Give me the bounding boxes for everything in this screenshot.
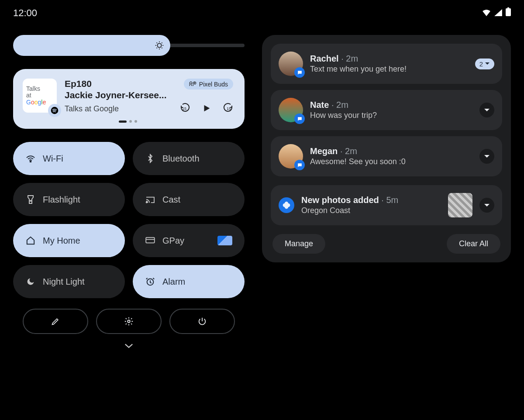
notif-sender: Rachel [310,54,339,63]
flashlight-label: Flashlight [43,195,80,205]
media-page-indicator[interactable] [23,120,233,123]
notification-shade: Rachel · 2m Text me when you get here! 2 [262,35,511,262]
chevron-down-icon [485,62,490,65]
notif-sender: Megan [310,146,338,156]
media-source: Talks at Google [65,104,119,114]
chevron-down-icon [484,108,490,112]
messages-app-icon [294,114,305,124]
bluetooth-icon [145,154,155,163]
pencil-icon [51,317,60,326]
edit-tiles-button[interactable] [23,309,88,334]
notification-item[interactable]: Megan · 2m Awesome! See you soon :0 [271,136,502,176]
svg-rect-1 [507,7,509,9]
signal-status-icon [494,7,502,19]
notification-item[interactable]: New photos added · 5m Oregon Coast [271,185,502,225]
svg-point-6 [146,202,148,203]
bluetooth-tile[interactable]: Bluetooth [133,142,245,175]
manage-button[interactable]: Manage [272,234,325,254]
wifi-label: Wi-Fi [43,154,63,164]
moon-icon [25,277,36,286]
notif-time: 2m [346,54,358,63]
home-tile[interactable]: My Home [13,224,125,257]
media-card[interactable]: Talks at Google Ep180 Jackie Joyner-Kers… [13,69,245,129]
svg-point-9 [128,320,130,323]
svg-rect-0 [506,8,511,16]
notif-body: Awesome! See you soon :0 [310,157,472,166]
cast-tile[interactable]: Cast [133,183,245,216]
wifi-tile[interactable]: Wi-Fi [13,142,125,175]
expand-button[interactable] [479,198,494,213]
play-button[interactable] [202,103,211,116]
brightness-sun-icon [151,37,168,54]
spotify-icon [48,104,61,117]
chevron-down-icon [484,203,490,207]
gear-icon [124,317,134,326]
cast-label: Cast [162,195,180,205]
forward-15-button[interactable]: 15 [223,103,233,116]
media-album-art: Talks at Google [23,79,57,113]
avatar [279,144,303,169]
quick-settings-panel: Talks at Google Ep180 Jackie Joyner-Kers… [13,35,245,351]
svg-rect-7 [146,238,155,243]
alarm-icon [145,277,155,286]
home-label: My Home [43,236,80,246]
flashlight-icon [25,195,36,204]
alarm-label: Alarm [162,277,185,287]
gpay-icon [145,237,155,244]
status-bar: 12:00 [0,0,524,22]
avatar [279,52,303,76]
gpay-label: GPay [162,236,184,246]
expand-qs-button[interactable] [13,340,245,351]
bluetooth-label: Bluetooth [162,154,200,164]
messages-app-icon [294,67,305,78]
alarm-tile[interactable]: Alarm [133,265,245,298]
rewind-15-button[interactable]: 15 [180,103,190,116]
notif-time: 2m [336,100,348,110]
chevron-down-icon [124,343,134,349]
notif-subtitle: Oregon Coast [301,206,441,215]
expand-button[interactable] [479,103,494,117]
power-button[interactable] [169,309,235,334]
notification-item[interactable]: Nate · 2m How was your trip? [271,90,502,130]
google-logo: Google [26,99,46,106]
wifi-icon [25,155,36,162]
photo-thumbnail [448,193,472,217]
notif-sender: Nate [310,100,329,110]
notif-title: New photos added [301,195,379,205]
notif-body: Text me when you get here! [310,65,468,74]
chevron-down-icon [484,155,490,158]
gpay-card-thumbnail [217,236,232,245]
avatar [279,98,303,122]
clock: 12:00 [13,7,37,19]
svg-point-2 [157,43,161,47]
cast-icon [145,196,155,203]
media-artist: Jackie Joyner-Kersee... [65,90,166,100]
nightlight-label: Night Light [43,277,85,287]
home-icon [25,236,36,245]
notif-time: 5m [386,195,398,205]
photos-app-icon [279,197,294,213]
settings-button[interactable] [96,309,162,334]
notif-time: 2m [345,146,357,156]
wifi-status-icon [482,7,491,19]
notification-item[interactable]: Rachel · 2m Text me when you get here! 2 [271,44,502,84]
clear-all-button[interactable]: Clear All [447,234,500,254]
nightlight-tile[interactable]: Night Light [13,265,125,298]
notif-body: How was your trip? [310,111,472,120]
power-icon [197,317,207,326]
flashlight-tile[interactable]: Flashlight [13,183,125,216]
svg-point-5 [30,200,31,201]
output-chip[interactable]: ᖇᖘ Pixel Buds [184,79,233,90]
expand-button[interactable] [479,149,494,164]
media-title: Ep180 [65,79,166,89]
earbuds-icon: ᖇᖘ [189,80,196,88]
svg-point-4 [30,161,31,162]
gpay-tile[interactable]: GPay [133,224,245,257]
status-icons [482,7,511,19]
messages-app-icon [294,160,305,170]
battery-status-icon [506,7,511,19]
brightness-slider[interactable] [13,35,170,56]
brightness-track[interactable] [169,44,245,47]
notif-count-chip[interactable]: 2 [475,59,494,69]
